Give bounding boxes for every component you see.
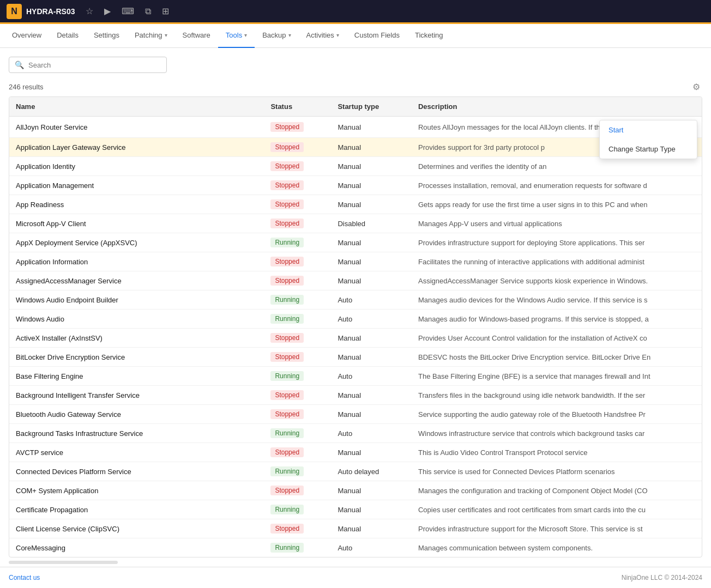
table-row: COM+ System Application Stopped Manual M… [9,481,702,500]
table-row: AllJoyn Router Service Stopped Manual Ro… [9,117,702,138]
context-menu: Start Change Startup Type [599,120,697,159]
status-badge: Running [270,295,304,305]
row-actions-cell [680,386,702,405]
status-badge: Running [270,371,304,381]
search-input[interactable] [28,61,161,69]
service-status: Stopped [264,157,331,176]
row-actions-cell [680,290,702,310]
column-settings-button[interactable]: ⚙ [690,80,702,94]
service-startup-type: Manual [331,233,412,252]
row-actions-cell [680,443,702,462]
service-status: Stopped [264,195,331,214]
service-startup-type: Manual [331,157,412,176]
service-status: Running [264,424,331,443]
table-row: Background Tasks Infrastructure Service … [9,424,702,443]
service-name: Certificate Propagation [9,500,264,519]
row-actions-cell [680,538,702,557]
service-startup-type: Manual [331,138,412,157]
tab-custom-fields[interactable]: Custom Fields [347,24,407,48]
service-startup-type: Disabled [331,214,412,233]
table-row: Windows Audio Endpoint Builder Running A… [9,290,702,310]
tab-details[interactable]: Details [49,24,86,48]
tools-chevron: ▾ [244,32,247,38]
status-badge: Stopped [270,390,304,400]
col-header-desc: Description [412,97,680,117]
service-status: Stopped [264,176,331,195]
tab-patching[interactable]: Patching▾ [127,24,175,48]
tab-software[interactable]: Software [175,24,218,48]
tab-activities[interactable]: Activities▾ [299,24,347,48]
service-description: Manages the configuration and tracking o… [412,481,680,500]
service-name: BitLocker Drive Encryption Service [9,348,264,367]
table-row: Windows Audio Running Auto Manages audio… [9,310,702,329]
service-name: Connected Devices Platform Service [9,462,264,481]
service-name: App Readiness [9,195,264,214]
tab-backup[interactable]: Backup▾ [255,24,298,48]
service-description: Processes installation, removal, and enu… [412,176,680,195]
service-status: Running [264,290,331,310]
contact-link[interactable]: Contact us [9,574,40,581]
status-badge: Stopped [270,257,304,266]
service-startup-type: Manual [331,386,412,405]
table-row: AssignedAccessManager Service Stopped Ma… [9,271,702,290]
service-startup-type: Manual [331,443,412,462]
table-row: Microsoft App-V Client Stopped Disabled … [9,214,702,233]
topbar-actions: ☆ ▶ ⌨ ⧉ ⊞ [83,4,171,19]
service-startup-type: Manual [331,519,412,538]
play-button[interactable]: ▶ [102,4,113,19]
service-startup-type: Manual [331,271,412,290]
service-name: Windows Audio Endpoint Builder [9,290,264,310]
col-header-startup: Startup type [331,97,412,117]
service-name: COM+ System Application [9,481,264,500]
service-startup-type: Auto [331,367,412,386]
service-name: AVCTP service [9,443,264,462]
service-description: Copies user certificates and root certif… [412,500,680,519]
service-description: Service supporting the audio gateway rol… [412,405,680,424]
status-badge: Running [270,428,304,438]
row-actions-cell [680,481,702,500]
terminal-button[interactable]: ⌨ [119,4,136,19]
row-actions-cell [680,348,702,367]
tab-settings[interactable]: Settings [86,24,127,48]
col-header-actions [680,97,702,117]
service-description: This service is used for Connected Devic… [412,462,680,481]
service-startup-type: Manual [331,176,412,195]
backup-chevron: ▾ [288,32,291,38]
footer: Contact us NinjaOne LLC © 2014-2024 [0,567,711,588]
service-startup-type: Manual [331,252,412,271]
activities-chevron: ▾ [336,32,339,38]
service-name: Windows Audio [9,310,264,329]
tab-ticketing[interactable]: Ticketing [407,24,451,48]
tab-overview[interactable]: Overview [4,24,49,48]
service-description: Transfers files in the background using … [412,386,680,405]
row-actions-cell [680,367,702,386]
service-description: Facilitates the running of interactive a… [412,252,680,271]
row-actions-cell [680,405,702,424]
grid-button[interactable]: ⊞ [160,4,171,19]
search-bar[interactable]: 🔍 [9,57,167,73]
content-area: 🔍 246 results ⚙ Name Status Startup type… [0,48,711,573]
row-actions-cell [680,500,702,519]
tab-tools[interactable]: Tools▾ [218,24,255,48]
service-status: Running [264,500,331,519]
status-badge: Stopped [270,142,304,152]
copy-button[interactable]: ⧉ [143,4,153,19]
context-menu-change-startup[interactable]: Change Startup Type [600,140,697,159]
table-row: Connected Devices Platform Service Runni… [9,462,702,481]
topbar: N HYDRA-RS03 ☆ ▶ ⌨ ⧉ ⊞ [0,0,711,24]
row-actions-cell [680,310,702,329]
col-header-name: Name [9,97,264,117]
service-description: Gets apps ready for use the first time a… [412,195,680,214]
device-name: HYDRA-RS03 [26,7,75,16]
copyright: NinjaOne LLC © 2014-2024 [622,574,702,581]
status-badge: Stopped [270,409,304,419]
context-menu-start[interactable]: Start [600,120,697,140]
service-name: Application Identity [9,157,264,176]
service-status: Running [264,462,331,481]
row-actions-cell [680,252,702,271]
table-row: Application Layer Gateway Service Stoppe… [9,138,702,157]
service-description: Manages audio for Windows-based programs… [412,310,680,329]
service-name: Background Intelligent Transfer Service [9,386,264,405]
horizontal-scrollbar[interactable] [9,561,118,564]
star-button[interactable]: ☆ [83,4,95,19]
